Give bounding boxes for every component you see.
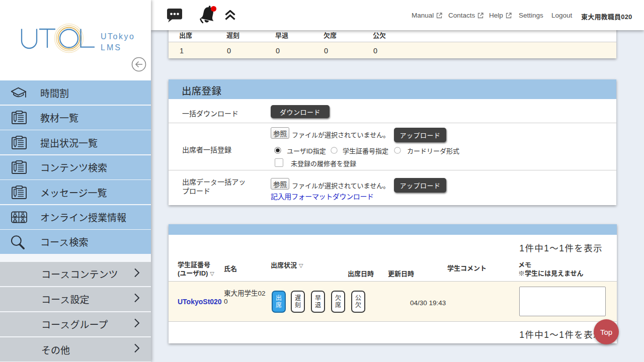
svg-text:UTokyo: UTokyo xyxy=(101,32,135,41)
svg-text:LMS: LMS xyxy=(101,43,122,52)
